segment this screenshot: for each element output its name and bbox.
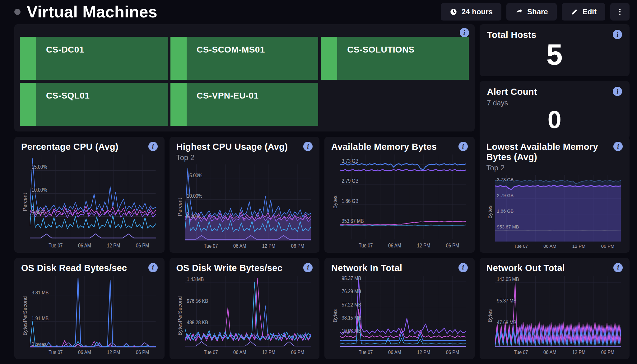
vm-health-stripe <box>20 37 36 80</box>
svg-text:57.22 MB: 57.22 MB <box>342 302 361 307</box>
vm-tile-cs-dc01[interactable]: CS-DC01 <box>20 37 168 80</box>
svg-text:12 PM: 12 PM <box>572 244 585 249</box>
info-icon[interactable]: i <box>613 30 622 39</box>
svg-text:10.00%: 10.00% <box>32 187 47 193</box>
metrics-column: Total Hosts i 5 Alert Count i 7 days 0 <box>480 24 630 131</box>
svg-text:06 AM: 06 AM <box>543 350 556 355</box>
svg-text:3.81 MB: 3.81 MB <box>32 290 49 295</box>
time-range-label: 24 hours <box>462 7 493 16</box>
svg-text:06 AM: 06 AM <box>543 244 556 249</box>
svg-text:Tue 07: Tue 07 <box>514 350 528 355</box>
y-axis-label: Percent <box>176 164 184 250</box>
svg-text:06 AM: 06 AM <box>233 350 246 355</box>
alert-count-panel: Alert Count i 7 days 0 <box>480 81 630 139</box>
vm-name: CS-SOLUTIONS <box>337 37 414 80</box>
time-range-button[interactable]: 24 hours <box>441 3 501 21</box>
svg-text:143.05 MB: 143.05 MB <box>497 276 519 282</box>
vm-status-panel: i CS-DC01 CS-SCOM-MS01 CS-SOLUTIONS CS-S… <box>14 24 475 131</box>
info-icon[interactable]: i <box>148 142 158 151</box>
chart-plot[interactable]: 19.07 MB38.15 MB57.22 MB76.29 MB95.37 MB… <box>340 276 466 356</box>
vm-name: CS-DC01 <box>36 37 84 80</box>
svg-text:Tue 07: Tue 07 <box>204 243 218 249</box>
chart-title: Percentage CPU (Avg) <box>21 142 119 152</box>
chart-plot[interactable]: 5.00%10.00%15.00%Tue 0706 AM12 PM06 PM <box>30 154 156 250</box>
info-icon[interactable]: i <box>303 263 313 272</box>
svg-text:15.00%: 15.00% <box>32 164 47 170</box>
vm-tile-cs-vpn-eu-01[interactable]: CS-VPN-EU-01 <box>170 83 318 126</box>
clock-icon <box>449 8 458 16</box>
edit-button[interactable]: Edit <box>562 3 605 21</box>
svg-text:0 bytes: 0 bytes <box>32 341 47 347</box>
kebab-menu-icon <box>616 8 624 16</box>
chart-plot[interactable]: 5.00%10.00%15.00%Tue 0706 AM12 PM06 PM <box>185 164 311 250</box>
y-axis-label: Bytes <box>486 276 495 356</box>
svg-text:Tue 07: Tue 07 <box>359 242 373 249</box>
vm-tile-cs-sql01[interactable]: CS-SQL01 <box>20 83 168 126</box>
chart-plot[interactable]: 953.67 MB1.86 GB2.79 GB3.73 GBTue 0706 A… <box>340 154 466 250</box>
svg-text:5.00%: 5.00% <box>32 210 45 216</box>
svg-text:1.86 GB: 1.86 GB <box>342 198 359 204</box>
svg-text:953.67 MB: 953.67 MB <box>497 224 519 229</box>
more-options-button[interactable] <box>610 3 630 21</box>
svg-text:Tue 07: Tue 07 <box>359 350 373 355</box>
svg-text:06 AM: 06 AM <box>388 350 401 355</box>
info-icon[interactable]: i <box>613 142 623 151</box>
y-axis-label: Percent <box>21 154 29 250</box>
svg-text:06 PM: 06 PM <box>446 350 459 355</box>
chart-plot[interactable]: 47.68 MB95.37 MB143.05 MBTue 0706 AM12 P… <box>495 276 621 356</box>
svg-text:Tue 07: Tue 07 <box>204 350 218 355</box>
svg-text:12 PM: 12 PM <box>417 242 430 249</box>
svg-text:10.00%: 10.00% <box>187 193 202 199</box>
svg-text:06 PM: 06 PM <box>446 242 459 249</box>
info-icon[interactable]: i <box>460 28 469 37</box>
info-icon[interactable]: i <box>148 263 158 272</box>
svg-text:95.37 MB: 95.37 MB <box>342 276 361 281</box>
chart-panel-4: OS Disk Read Bytes/sec i BytesPerSecond … <box>14 258 165 359</box>
info-icon[interactable]: i <box>613 263 623 272</box>
chart-title: OS Disk Write Bytes/sec <box>176 263 283 273</box>
svg-text:06 PM: 06 PM <box>601 350 614 355</box>
page-title: Virtual Machines <box>27 2 157 21</box>
chart-subtitle: Top 2 <box>176 153 288 162</box>
svg-text:976.56 KB: 976.56 KB <box>187 298 208 304</box>
svg-text:12 PM: 12 PM <box>572 350 585 355</box>
chart-plot[interactable]: 0 bytes1.91 MB3.81 MBTue 0706 AM12 PM06 … <box>30 276 156 356</box>
svg-text:Tue 07: Tue 07 <box>49 242 63 249</box>
vm-tiles-grid: CS-DC01 CS-SCOM-MS01 CS-SOLUTIONS CS-SQL… <box>20 37 469 126</box>
svg-text:06 AM: 06 AM <box>78 242 91 249</box>
info-icon[interactable]: i <box>613 87 622 96</box>
chart-plot[interactable]: 953.67 MB1.86 GB2.79 GB3.73 GBTue 0706 A… <box>495 175 621 250</box>
info-icon[interactable]: i <box>303 142 313 151</box>
vm-health-stripe <box>170 37 187 80</box>
svg-text:1.91 MB: 1.91 MB <box>32 316 49 321</box>
chart-title: Network In Total <box>331 263 402 273</box>
share-icon <box>515 8 523 16</box>
y-axis-label: Bytes <box>331 276 339 356</box>
svg-text:06 PM: 06 PM <box>136 350 149 355</box>
chart-title: Network Out Total <box>486 263 565 273</box>
svg-text:06 PM: 06 PM <box>601 244 614 249</box>
chart-panel-0: Percentage CPU (Avg) i Percent 5.00%10.0… <box>14 137 165 253</box>
total-hosts-value: 5 <box>487 40 622 72</box>
svg-text:06 AM: 06 AM <box>78 350 91 355</box>
svg-text:1.86 GB: 1.86 GB <box>497 209 514 214</box>
chart-panel-2: Available Memory Bytes i Bytes 953.67 MB… <box>324 137 475 253</box>
dashboard-grid: i CS-DC01 CS-SCOM-MS01 CS-SOLUTIONS CS-S… <box>0 24 637 363</box>
share-button[interactable]: Share <box>506 3 557 21</box>
svg-text:95.37 MB: 95.37 MB <box>497 298 516 304</box>
chart-subtitle: Top 2 <box>486 164 614 172</box>
vm-health-stripe <box>170 83 187 126</box>
chart-panel-1: Highest CPU Usage (Avg) Top 2 i Percent … <box>170 137 320 253</box>
info-icon[interactable]: i <box>458 142 468 151</box>
svg-text:12 PM: 12 PM <box>262 243 275 249</box>
svg-text:488.28 KB: 488.28 KB <box>187 320 208 325</box>
svg-text:19.07 MB: 19.07 MB <box>342 328 361 334</box>
svg-text:3.73 GB: 3.73 GB <box>342 158 359 164</box>
info-icon[interactable]: i <box>458 263 468 272</box>
chart-panel-7: Network Out Total i Bytes 47.68 MB95.37 … <box>480 258 630 359</box>
vm-tile-cs-solutions[interactable]: CS-SOLUTIONS <box>321 37 469 80</box>
vm-tile-cs-scom-ms01[interactable]: CS-SCOM-MS01 <box>170 37 318 80</box>
dashboard-status-dot-icon <box>14 9 21 15</box>
chart-plot[interactable]: 488.28 KB976.56 KB1.43 MBTue 0706 AM12 P… <box>185 276 311 356</box>
chart-panel-3: Lowest Available Memory Bytes (Avg) Top … <box>480 137 630 253</box>
